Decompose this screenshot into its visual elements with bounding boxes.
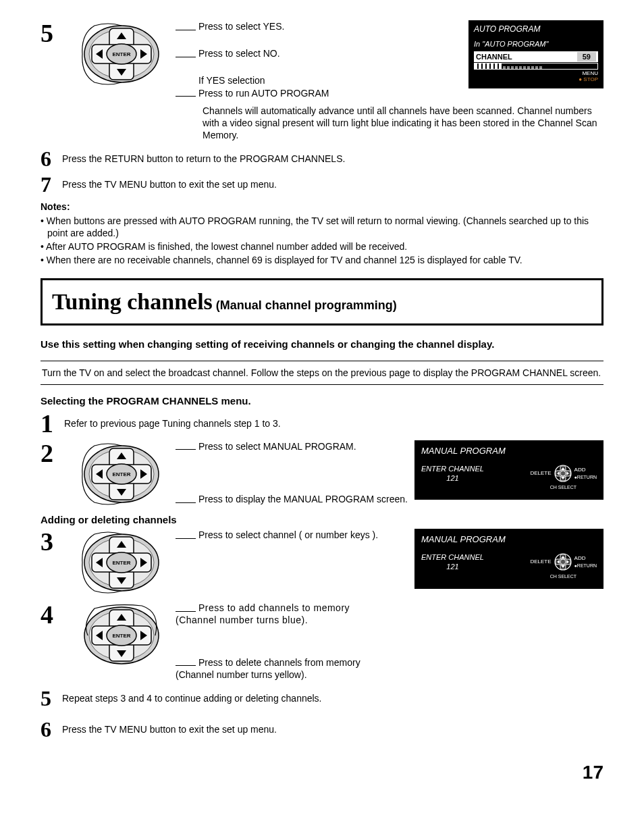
m-step-number-4: 4: [41, 602, 68, 627]
step-number-7: 7: [41, 174, 51, 195]
osd2-enter-label: ENTER CHANNEL: [421, 552, 484, 562]
osd-status: In "AUTO PROGRAM": [474, 39, 598, 49]
osd2-enter-label: ENTER CHANNEL: [421, 464, 484, 473]
m-step5-text: Repeat steps 3 and 4 to continue adding …: [62, 692, 322, 704]
m-step-number-3: 3: [41, 529, 68, 554]
dpad-icon: [68, 529, 176, 596]
page-number: 17: [41, 760, 603, 785]
m-step-number-1: 1: [41, 411, 53, 436]
step5-if-yes: If YES selection: [198, 74, 468, 86]
section-heading-box: Tuning channels (Manual channel programm…: [41, 278, 603, 325]
step6-text: Press the RETURN button to return to the…: [62, 153, 345, 165]
osd2-add: ADD: [574, 467, 597, 473]
m-step2-select: Press to select MANUAL PROGRAM.: [198, 441, 356, 452]
m-step2-display: Press to display the MANUAL PROGRAM scre…: [198, 494, 408, 504]
step5-select-no: Press to select NO.: [198, 48, 280, 59]
m-step-number-5: 5: [41, 687, 51, 709]
osd2-channel-value: 121: [421, 562, 484, 571]
section-subtitle: (Manual channel programming): [213, 298, 397, 312]
m-step4-add: Press to add channels to memory (Channel…: [176, 602, 350, 625]
osd2-delete: DELETE: [530, 558, 551, 565]
step-number-5: 5: [41, 20, 68, 46]
osd-channel-label: CHANNEL: [476, 52, 512, 61]
step5-select-yes: Press to select YES.: [198, 21, 284, 32]
subhead-selecting: Selecting the PROGRAM CHANNELS menu.: [41, 394, 603, 408]
manual-program-osd-2: MANUAL PROGRAM ENTER CHANNEL 121 DELETE …: [414, 529, 603, 589]
note-item: When buttons are pressed with AUTO PROGR…: [41, 215, 603, 239]
dpad-icon: [68, 602, 176, 669]
m-step1-text: Refer to previous page Tuning channels s…: [64, 417, 281, 429]
step5-run-auto: Press to run AUTO PROGRAM: [198, 88, 329, 99]
osd2-channel-value: 121: [421, 473, 484, 483]
osd2-chselect: CH SELECT: [421, 573, 576, 579]
m-step3-text: Press to select channel ( or number keys…: [198, 529, 378, 540]
osd-foot-stop: STOP: [583, 76, 598, 82]
auto-program-osd: AUTO PROGRAM In "AUTO PROGRAM" CHANNEL 5…: [468, 20, 603, 88]
auto-program-note: Channels will automatically advance unti…: [203, 105, 603, 142]
instruction-box: Turn the TV on and select the broadcast …: [41, 361, 603, 385]
m-step6-text: Press the TV MENU button to exit the set…: [62, 723, 277, 735]
m-step-number-6: 6: [41, 719, 51, 740]
dpad-icon: [68, 440, 176, 508]
notes-list: When buttons are pressed with AUTO PROGR…: [41, 215, 603, 267]
step-number-6: 6: [41, 148, 51, 170]
osd2-title: MANUAL PROGRAM: [421, 446, 597, 457]
manual-program-osd: MANUAL PROGRAM ENTER CHANNEL 121 DELETE …: [414, 440, 603, 500]
osd2-title: MANUAL PROGRAM: [421, 534, 597, 546]
mini-dpad-icon: [554, 552, 572, 571]
m-step-number-2: 2: [41, 440, 68, 466]
osd2-add: ADD: [574, 555, 597, 562]
osd2-return: RETURN: [577, 563, 597, 568]
notes-heading: Notes:: [41, 201, 603, 213]
note-item: When there are no receivable channels, c…: [41, 254, 603, 266]
intro-bold-text: Use this setting when changing setting o…: [41, 338, 603, 351]
osd2-return: RETURN: [577, 475, 597, 479]
osd2-delete: DELETE: [530, 470, 551, 477]
osd-title: AUTO PROGRAM: [474, 24, 598, 35]
osd2-chselect: CH SELECT: [421, 484, 576, 490]
m-step4-delete: Press to delete channels from memory (Ch…: [176, 657, 360, 680]
mini-dpad-icon: [554, 464, 572, 483]
note-item: After AUTO PROGRAM is finished, the lowe…: [41, 240, 603, 253]
osd-channel-value: 59: [577, 52, 596, 61]
subhead-adding: Adding or deleting channels: [41, 513, 603, 527]
step7-text: Press the TV MENU button to exit the set…: [62, 178, 277, 190]
dpad-icon: [68, 20, 176, 88]
section-title: Tuning channels: [52, 289, 213, 314]
osd-progress-bar: [474, 63, 598, 70]
